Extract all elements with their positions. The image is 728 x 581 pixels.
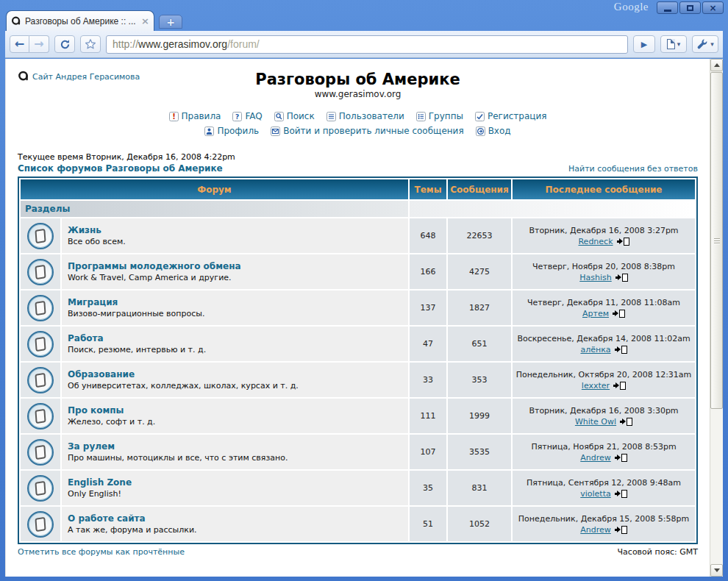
lastpost-user-link[interactable]: Hashish xyxy=(579,273,611,282)
current-time-text: Текущее время Вторник, Декабря 16, 2008 … xyxy=(18,152,698,162)
latest-post-icon[interactable] xyxy=(617,238,629,246)
scroll-down-button[interactable] xyxy=(710,564,723,577)
lastpost-user-link[interactable]: White Owl xyxy=(575,417,616,427)
back-button[interactable]: ← xyxy=(10,35,29,53)
forum-link[interactable]: Жизнь xyxy=(68,225,101,235)
bookmark-star-button[interactable] xyxy=(80,35,101,53)
latest-post-icon[interactable] xyxy=(615,490,627,498)
col-header-forum: Форум xyxy=(21,179,408,199)
nav-label: Поиск xyxy=(287,111,315,121)
lastpost-user-link[interactable]: Andrew xyxy=(580,453,611,463)
nav-link-profile[interactable]: Профиль xyxy=(204,126,259,136)
latest-post-icon[interactable] xyxy=(615,454,627,462)
nav-link-faq[interactable]: ? FAQ xyxy=(232,111,262,121)
latest-post-icon[interactable] xyxy=(613,310,625,318)
page-menu-button[interactable]: ▾ xyxy=(660,35,687,53)
go-button[interactable]: ▶ xyxy=(633,35,655,53)
nav-link-private-messages[interactable]: Войти и проверить личные сообщения xyxy=(271,126,463,136)
forum-link[interactable]: О работе сайта xyxy=(68,513,146,524)
nav-link-members[interactable]: Пользователи xyxy=(326,111,404,121)
reload-button[interactable] xyxy=(54,35,75,53)
table-row: ЖизньВсе обо всем. 648 22653 Вторник, Де… xyxy=(21,218,695,253)
lastpost-user-link[interactable]: алёнка xyxy=(580,345,610,354)
forum-link[interactable]: Образование xyxy=(68,369,135,379)
faq-icon: ? xyxy=(232,112,242,121)
forum-description: Про машины, мотоциклы и все, что с этим … xyxy=(68,453,402,463)
go-icon: ▶ xyxy=(641,40,647,49)
forum-description: Все обо всем. xyxy=(68,237,402,246)
posts-count: 353 xyxy=(448,363,511,397)
nav-link-rules[interactable]: ! Правила xyxy=(169,111,221,121)
forum-link[interactable]: Миграция xyxy=(68,297,118,307)
rules-icon: ! xyxy=(169,112,179,121)
nav-label: FAQ xyxy=(245,111,262,121)
lastpost-user-link[interactable]: lexxter xyxy=(582,381,610,391)
lastpost-user-link[interactable]: Redneck xyxy=(578,237,613,246)
tools-menu-button[interactable]: ▾ xyxy=(692,35,718,53)
latest-post-icon[interactable] xyxy=(615,526,627,534)
forward-button[interactable]: → xyxy=(29,35,49,53)
mark-forums-read-link[interactable]: Отметить все форумы как прочтённые xyxy=(18,547,185,557)
topics-count: 166 xyxy=(410,254,446,289)
scroll-up-button[interactable] xyxy=(710,59,723,71)
forum-folder-icon xyxy=(27,403,54,429)
latest-post-icon[interactable] xyxy=(613,382,626,390)
lastpost-user-link[interactable]: Andrew xyxy=(580,525,611,535)
nav-link-register[interactable]: Регистрация xyxy=(475,111,546,121)
table-row: Программы молодежного обменаWork & Trave… xyxy=(21,254,695,289)
browser-tab[interactable]: Разговоры об Америке :: ... × xyxy=(6,10,154,31)
url-path: /forum/ xyxy=(227,38,260,50)
usergroups-icon xyxy=(416,112,426,121)
chevron-down-icon: ▾ xyxy=(677,40,681,48)
tab-close-icon[interactable]: × xyxy=(141,15,149,26)
forum-description: Поиск, резюме, интервью и т. д. xyxy=(68,345,402,354)
page-subtitle: www.gerasimov.org xyxy=(18,89,698,99)
site-home-link[interactable]: Сайт Андрея Герасимова xyxy=(18,71,140,82)
nav-link-login[interactable]: Вход xyxy=(476,126,511,136)
tab-strip: Разговоры об Америке :: ... × + xyxy=(0,10,728,31)
new-tab-button[interactable]: + xyxy=(159,15,182,29)
forum-link[interactable]: Программы молодежного обмена xyxy=(68,261,241,271)
scrollbar-thumb[interactable] xyxy=(710,72,723,409)
topics-count: 35 xyxy=(410,471,446,505)
lastpost-user-link[interactable]: Артем xyxy=(582,309,609,318)
forum-folder-icon xyxy=(27,259,54,285)
forum-description: А так же, форума и рассылки. xyxy=(68,525,402,535)
site-favicon xyxy=(11,16,21,26)
topics-count: 111 xyxy=(410,399,446,433)
table-row: Про компыЖелезо, софт и т. д. 111 1999 В… xyxy=(21,399,695,433)
unanswered-posts-link[interactable]: Найти сообщения без ответов xyxy=(568,164,698,174)
forum-link[interactable]: Работа xyxy=(68,333,104,343)
forum-link[interactable]: Про компы xyxy=(68,405,124,416)
nav-label: Пользователи xyxy=(339,111,404,121)
forum-link[interactable]: English Zone xyxy=(68,477,132,488)
timezone-text: Часовой пояс: GMT xyxy=(618,547,698,557)
forum-folder-icon xyxy=(27,439,54,466)
plus-icon: + xyxy=(166,17,175,27)
latest-post-icon[interactable] xyxy=(615,274,628,282)
reload-icon xyxy=(60,39,71,50)
lastpost-date: Пятница, Сентября 12, 2008 9:48am xyxy=(513,478,695,488)
memberlist-icon xyxy=(326,112,336,121)
topics-count: 47 xyxy=(410,327,446,361)
latest-post-icon[interactable] xyxy=(620,418,632,426)
chevron-down-icon xyxy=(714,568,720,575)
forum-index-link[interactable]: Список форумов Разговоры об Америке xyxy=(18,163,223,174)
forum-link[interactable]: За рулем xyxy=(68,441,115,452)
vertical-scrollbar[interactable] xyxy=(710,59,723,577)
lastpost-date: Понедельник, Декабря 15, 2008 5:58pm xyxy=(513,514,695,524)
lastpost-user-link[interactable]: violetta xyxy=(580,489,611,499)
category-spacer xyxy=(410,201,695,217)
nav-link-groups[interactable]: Группы xyxy=(416,111,463,121)
forum-folder-icon xyxy=(27,511,54,538)
gerasimov-logo-icon xyxy=(18,71,29,82)
url-address-bar[interactable]: http://www.gerasimov.org/forum/ xyxy=(106,35,628,54)
main-nav-row-1: ! Правила ? FAQ Поиск Пользователи xyxy=(18,111,698,121)
tab-title: Разговоры об Америке :: ... xyxy=(25,16,138,26)
lastpost-date: Четверг, Декабря 11, 2008 11:08am xyxy=(513,298,695,307)
nav-link-search[interactable]: Поиск xyxy=(274,111,315,121)
latest-post-icon[interactable] xyxy=(615,346,627,354)
scrollbar-track[interactable] xyxy=(710,71,723,564)
posts-count: 651 xyxy=(448,327,511,361)
topics-count: 648 xyxy=(410,218,446,253)
